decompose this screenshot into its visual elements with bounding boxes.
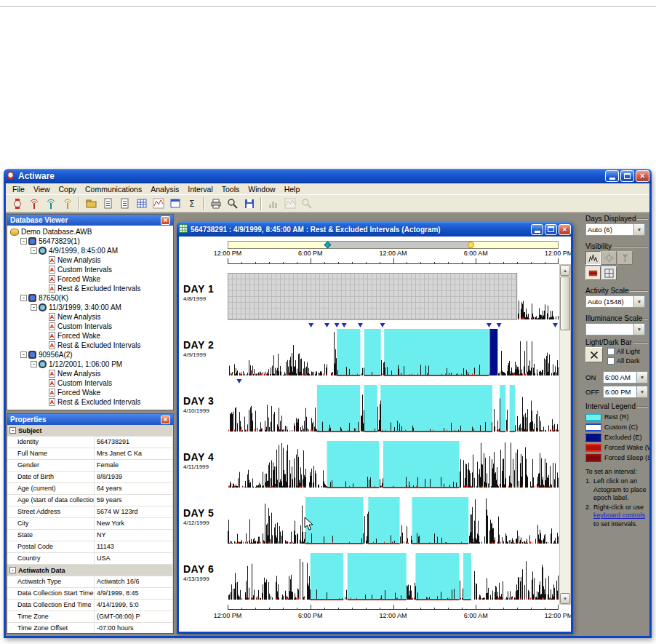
property-value[interactable]: 59 years: [95, 495, 173, 506]
chart-tool-1-icon[interactable]: [265, 196, 281, 212]
light-on-time-select[interactable]: 6:00 AM▼: [603, 371, 648, 383]
illuminance-visibility-button[interactable]: [601, 251, 617, 265]
tree-expand-toggle[interactable]: -: [31, 361, 37, 367]
read-actiwatch-icon[interactable]: [25, 196, 42, 212]
tree-expand-toggle[interactable]: -: [20, 351, 27, 358]
chevron-down-icon[interactable]: ▼: [633, 224, 644, 235]
all-dark-checkbox[interactable]: [607, 357, 615, 365]
scrollbar-thumb[interactable]: [560, 277, 570, 330]
tree-item[interactable]: ACustom Intervals: [7, 322, 173, 331]
tree-item[interactable]: -90956A(2): [7, 350, 173, 359]
tree-item[interactable]: Demo Database.AWB: [7, 227, 173, 236]
property-section[interactable]: -Actiwatch Data: [7, 565, 173, 576]
tree-expand-toggle[interactable]: -: [31, 247, 37, 254]
chart-tool-3-icon[interactable]: [298, 196, 315, 212]
new-analysis-icon[interactable]: [100, 196, 116, 212]
tree-item[interactable]: ARest & Excluded Intervals: [7, 341, 173, 350]
properties-titlebar[interactable]: Properties ×: [7, 414, 173, 425]
property-value[interactable]: Female: [95, 460, 173, 472]
all-light-option[interactable]: All Light: [607, 348, 640, 355]
actogram-day-canvas[interactable]: [228, 267, 559, 322]
tree-item[interactable]: -11/3/1999, 3:40:00 AM: [7, 303, 173, 312]
property-value[interactable]: 11143: [95, 541, 173, 553]
maximize-button[interactable]: [620, 170, 634, 182]
tree-item[interactable]: ANew Analysis: [7, 369, 173, 378]
close-button[interactable]: ×: [161, 416, 170, 424]
close-button[interactable]: ×: [161, 216, 170, 225]
tree-item[interactable]: ACustom Intervals: [7, 378, 173, 388]
open-database-icon[interactable]: [83, 196, 100, 212]
property-section[interactable]: -Subject: [7, 425, 173, 437]
write-actiwatch-icon[interactable]: [42, 196, 59, 212]
actiwatch-setup-icon[interactable]: [9, 196, 25, 212]
all-light-checkbox[interactable]: [607, 348, 615, 355]
intervals-visibility-button[interactable]: [585, 266, 601, 280]
tree-item[interactable]: ANew Analysis: [7, 312, 173, 322]
grid-visibility-button[interactable]: [601, 266, 617, 280]
tree-item[interactable]: AForced Wake: [7, 388, 173, 397]
minimize-button[interactable]: [605, 170, 619, 182]
tree-item[interactable]: -56473829(1): [7, 236, 173, 246]
tree-item[interactable]: AForced Wake: [7, 274, 173, 284]
all-dark-option[interactable]: All Dark: [607, 357, 640, 365]
save-icon[interactable]: [241, 196, 257, 212]
menu-item[interactable]: Copy: [55, 185, 81, 194]
light-off-time-select[interactable]: 6:00 PM▼: [603, 386, 648, 398]
minimize-button[interactable]: [531, 224, 543, 235]
property-value[interactable]: 564738291: [95, 437, 173, 448]
chevron-down-icon[interactable]: ▼: [633, 324, 644, 335]
actogram-titlebar[interactable]: 564738291 : 4/9/1999, 8:45:00 AM : Rest …: [177, 222, 573, 236]
actogram-day-canvas[interactable]: [228, 491, 559, 546]
property-value[interactable]: (GMT-08:00) P: [95, 611, 173, 623]
chevron-down-icon[interactable]: ▼: [633, 296, 644, 307]
property-value[interactable]: Actiwatch 16/6: [95, 576, 173, 588]
table-view-icon[interactable]: [133, 196, 150, 212]
markers-visibility-button[interactable]: [617, 251, 633, 265]
tree-item[interactable]: AForced Wake: [7, 331, 173, 341]
chevron-down-icon[interactable]: ▼: [636, 372, 647, 383]
actogram-day-canvas[interactable]: [228, 435, 559, 490]
print-icon[interactable]: [207, 196, 224, 212]
menu-item[interactable]: Window: [244, 185, 279, 194]
chart-tool-2-icon[interactable]: [281, 196, 298, 212]
activity-scale-select[interactable]: Auto (1548)▼: [585, 295, 645, 308]
menu-item[interactable]: Tools: [217, 185, 244, 194]
print-preview-icon[interactable]: [224, 196, 241, 212]
property-value[interactable]: Mrs Janet C Ka: [95, 448, 173, 460]
menu-item[interactable]: File: [8, 185, 29, 194]
activity-visibility-button[interactable]: [585, 251, 601, 265]
actogram-day-canvas[interactable]: [228, 547, 559, 602]
property-value[interactable]: USA: [95, 553, 173, 565]
actogram-day-canvas[interactable]: [228, 379, 559, 434]
maximize-button[interactable]: [545, 224, 557, 235]
database-viewer-titlebar[interactable]: Database Viewer ×: [7, 215, 173, 226]
tree-expand-toggle[interactable]: -: [31, 304, 37, 311]
app-titlebar[interactable]: Actiware ×: [4, 169, 652, 183]
tree-item[interactable]: ANew Analysis: [7, 255, 173, 265]
property-value[interactable]: 4/14/1999, 5:0: [95, 600, 173, 611]
chevron-down-icon[interactable]: ▼: [636, 386, 647, 397]
menu-item[interactable]: Help: [280, 185, 305, 194]
section-collapse-toggle[interactable]: -: [9, 427, 16, 434]
property-value[interactable]: 4/9/1999, 8:45: [95, 588, 173, 600]
new-window-icon[interactable]: [167, 196, 183, 212]
tree-item[interactable]: ACustom Intervals: [7, 265, 173, 274]
tree-item[interactable]: ARest & Excluded Intervals: [7, 397, 173, 407]
scroll-up-icon[interactable]: ▲: [560, 265, 570, 276]
menu-item[interactable]: Communications: [81, 185, 146, 194]
actogram-day-canvas[interactable]: [228, 323, 559, 378]
tree-item[interactable]: -87650(K): [7, 293, 173, 303]
menu-item[interactable]: Interval: [183, 185, 217, 194]
properties-icon[interactable]: [116, 196, 133, 212]
property-value[interactable]: NY: [95, 530, 173, 541]
tree-expand-toggle[interactable]: -: [20, 238, 27, 245]
close-button[interactable]: ×: [559, 224, 571, 235]
property-value[interactable]: New York: [95, 518, 173, 530]
property-value[interactable]: 8/8/1939: [95, 472, 173, 483]
tree-expand-toggle[interactable]: -: [20, 295, 27, 301]
scroll-down-icon[interactable]: ▼: [560, 593, 570, 604]
days-displayed-select[interactable]: Auto (6)▼: [585, 223, 645, 236]
comm-status-icon[interactable]: [59, 196, 76, 212]
actogram-view-icon[interactable]: [150, 196, 167, 212]
keyboard-controls-link[interactable]: keyboard controls: [593, 512, 645, 519]
